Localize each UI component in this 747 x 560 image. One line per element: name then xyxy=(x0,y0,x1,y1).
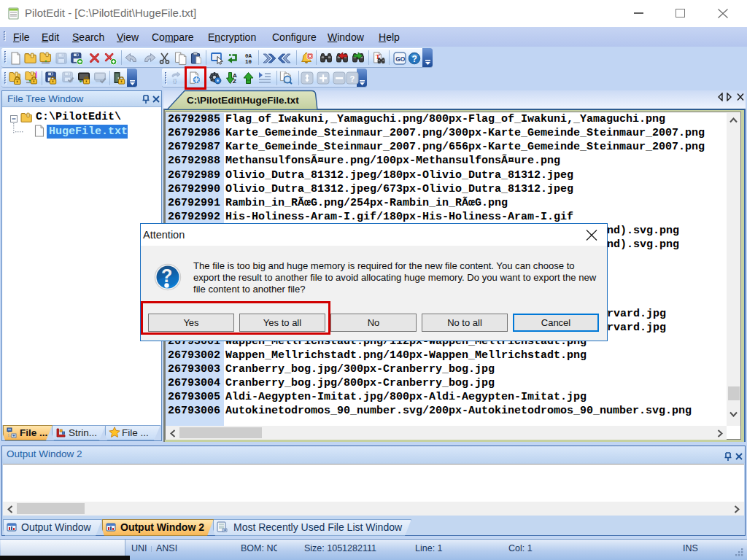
svg-text:?: ? xyxy=(350,74,355,83)
svg-text:Z: Z xyxy=(233,78,236,85)
svg-text:0A: 0A xyxy=(245,53,252,59)
svg-text:10: 10 xyxy=(245,59,252,65)
svg-text:?: ? xyxy=(412,54,417,64)
svg-text:GO: GO xyxy=(395,55,406,63)
svg-text:?: ? xyxy=(161,265,172,285)
svg-text:{}: {} xyxy=(173,77,177,84)
